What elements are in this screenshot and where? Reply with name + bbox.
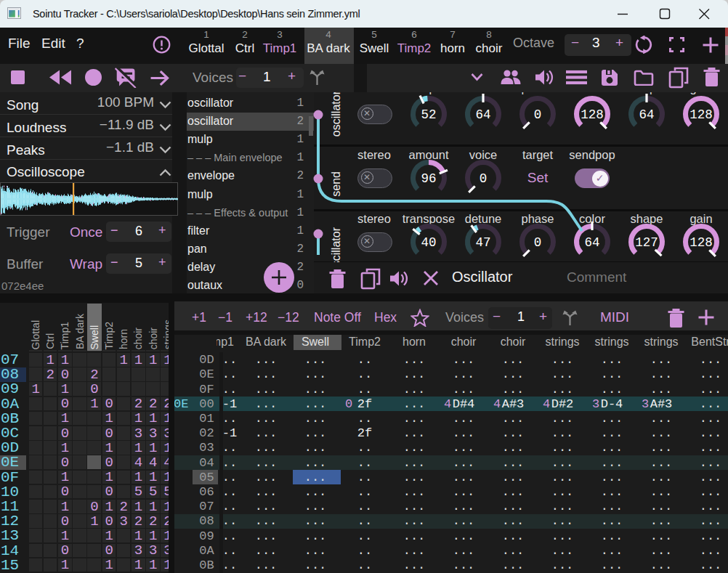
svg-text:96: 96	[421, 171, 436, 186]
svg-text:64: 64	[584, 235, 599, 250]
svg-text:64: 64	[639, 107, 654, 122]
svg-text:128: 128	[581, 107, 604, 122]
svg-text:0: 0	[534, 235, 542, 250]
svg-text:128: 128	[689, 235, 713, 250]
svg-text:127: 127	[635, 235, 658, 250]
svg-text:0: 0	[480, 171, 488, 186]
svg-text:40: 40	[421, 235, 436, 250]
svg-text:47: 47	[475, 235, 490, 250]
svg-text:0: 0	[534, 107, 542, 122]
svg-text:64: 64	[475, 107, 490, 122]
svg-text:52: 52	[421, 107, 436, 122]
svg-text:128: 128	[689, 107, 713, 122]
